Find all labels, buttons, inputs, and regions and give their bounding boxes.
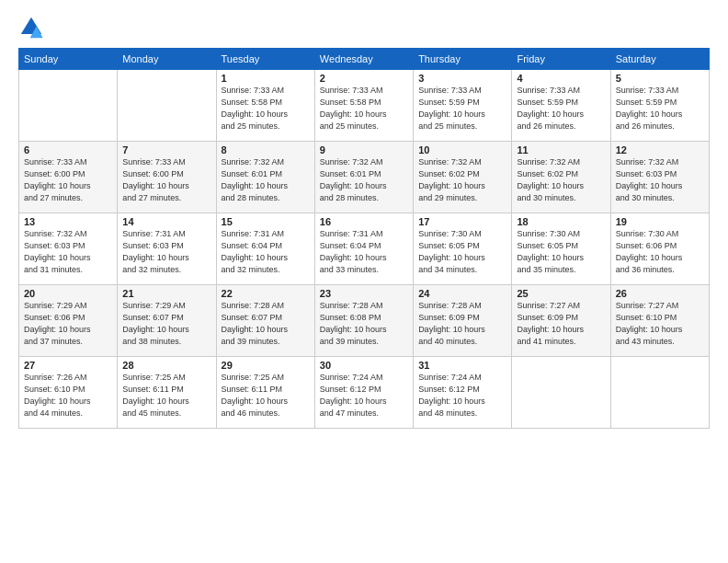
day-info: Sunrise: 7:33 AM Sunset: 5:59 PM Dayligh… [517,85,605,132]
day-cell: 26Sunrise: 7:27 AM Sunset: 6:10 PM Dayli… [610,285,709,357]
week-row-2: 6Sunrise: 7:33 AM Sunset: 6:00 PM Daylig… [19,142,710,213]
weekday-header-saturday: Saturday [610,49,709,70]
day-info: Sunrise: 7:27 AM Sunset: 6:10 PM Dayligh… [616,300,704,348]
day-info: Sunrise: 7:33 AM Sunset: 6:00 PM Dayligh… [24,156,112,204]
day-cell: 23Sunrise: 7:28 AM Sunset: 6:08 PM Dayli… [314,285,413,357]
day-number: 10 [418,144,506,155]
week-row-3: 13Sunrise: 7:32 AM Sunset: 6:03 PM Dayli… [19,213,710,285]
day-number: 24 [418,288,506,299]
day-number: 26 [616,288,704,299]
day-info: Sunrise: 7:27 AM Sunset: 6:09 PM Dayligh… [517,300,605,348]
day-info: Sunrise: 7:30 AM Sunset: 6:05 PM Dayligh… [517,228,605,276]
day-number: 21 [122,288,210,299]
day-info: Sunrise: 7:28 AM Sunset: 6:08 PM Dayligh… [320,300,408,348]
day-cell: 5Sunrise: 7:33 AM Sunset: 5:59 PM Daylig… [610,70,709,142]
day-info: Sunrise: 7:33 AM Sunset: 5:59 PM Dayligh… [616,85,704,132]
day-number: 6 [24,144,112,155]
day-number: 27 [24,360,112,371]
day-cell [512,357,610,429]
day-cell: 28Sunrise: 7:25 AM Sunset: 6:11 PM Dayli… [118,357,216,429]
day-info: Sunrise: 7:33 AM Sunset: 5:58 PM Dayligh… [222,85,310,132]
day-info: Sunrise: 7:32 AM Sunset: 6:01 PM Dayligh… [222,156,310,204]
day-cell: 11Sunrise: 7:32 AM Sunset: 6:02 PM Dayli… [512,142,610,213]
day-cell: 10Sunrise: 7:32 AM Sunset: 6:02 PM Dayli… [414,142,512,213]
day-info: Sunrise: 7:31 AM Sunset: 6:03 PM Dayligh… [122,228,210,276]
day-cell: 6Sunrise: 7:33 AM Sunset: 6:00 PM Daylig… [19,142,118,213]
day-number: 28 [122,360,210,371]
day-cell: 31Sunrise: 7:24 AM Sunset: 6:12 PM Dayli… [414,357,512,429]
day-number: 17 [418,216,506,227]
weekday-header-friday: Friday [512,49,610,70]
day-cell: 24Sunrise: 7:28 AM Sunset: 6:09 PM Dayli… [414,285,512,357]
day-info: Sunrise: 7:24 AM Sunset: 6:12 PM Dayligh… [320,372,408,419]
day-cell: 16Sunrise: 7:31 AM Sunset: 6:04 PM Dayli… [314,213,413,285]
day-cell: 29Sunrise: 7:25 AM Sunset: 6:11 PM Dayli… [216,357,314,429]
day-info: Sunrise: 7:29 AM Sunset: 6:06 PM Dayligh… [24,300,112,348]
day-number: 18 [517,216,605,227]
day-cell [19,70,118,142]
day-info: Sunrise: 7:28 AM Sunset: 6:07 PM Dayligh… [222,300,310,348]
day-number: 22 [222,288,310,299]
day-info: Sunrise: 7:31 AM Sunset: 6:04 PM Dayligh… [222,228,310,276]
day-number: 1 [222,73,310,84]
day-number: 2 [320,73,408,84]
day-info: Sunrise: 7:25 AM Sunset: 6:11 PM Dayligh… [122,372,210,419]
day-number: 29 [222,360,310,371]
day-number: 20 [24,288,112,299]
logo [18,15,48,40]
day-info: Sunrise: 7:29 AM Sunset: 6:07 PM Dayligh… [122,300,210,348]
day-number: 9 [320,144,408,155]
day-number: 3 [418,73,506,84]
day-number: 30 [320,360,408,371]
day-cell: 14Sunrise: 7:31 AM Sunset: 6:03 PM Dayli… [118,213,216,285]
logo-icon [18,15,44,40]
day-info: Sunrise: 7:32 AM Sunset: 6:02 PM Dayligh… [517,156,605,204]
day-cell [610,357,709,429]
day-number: 14 [122,216,210,227]
week-row-1: 1Sunrise: 7:33 AM Sunset: 5:58 PM Daylig… [19,70,710,142]
day-info: Sunrise: 7:33 AM Sunset: 6:00 PM Dayligh… [122,156,210,204]
day-cell: 30Sunrise: 7:24 AM Sunset: 6:12 PM Dayli… [314,357,413,429]
day-info: Sunrise: 7:30 AM Sunset: 6:05 PM Dayligh… [418,228,506,276]
day-number: 8 [222,144,310,155]
day-info: Sunrise: 7:26 AM Sunset: 6:10 PM Dayligh… [24,372,112,419]
page: SundayMondayTuesdayWednesdayThursdayFrid… [0,0,728,563]
day-cell: 25Sunrise: 7:27 AM Sunset: 6:09 PM Dayli… [512,285,610,357]
weekday-header-tuesday: Tuesday [216,49,314,70]
day-info: Sunrise: 7:32 AM Sunset: 6:03 PM Dayligh… [24,228,112,276]
day-cell: 9Sunrise: 7:32 AM Sunset: 6:01 PM Daylig… [314,142,413,213]
day-number: 31 [418,360,506,371]
day-number: 23 [320,288,408,299]
day-cell: 20Sunrise: 7:29 AM Sunset: 6:06 PM Dayli… [19,285,118,357]
day-info: Sunrise: 7:24 AM Sunset: 6:12 PM Dayligh… [418,372,506,419]
weekday-header-wednesday: Wednesday [314,49,413,70]
day-info: Sunrise: 7:28 AM Sunset: 6:09 PM Dayligh… [418,300,506,348]
day-cell: 27Sunrise: 7:26 AM Sunset: 6:10 PM Dayli… [19,357,118,429]
day-cell [118,70,216,142]
day-info: Sunrise: 7:32 AM Sunset: 6:02 PM Dayligh… [418,156,506,204]
day-number: 15 [222,216,310,227]
day-cell: 19Sunrise: 7:30 AM Sunset: 6:06 PM Dayli… [610,213,709,285]
day-number: 7 [122,144,210,155]
day-cell: 15Sunrise: 7:31 AM Sunset: 6:04 PM Dayli… [216,213,314,285]
day-cell: 3Sunrise: 7:33 AM Sunset: 5:59 PM Daylig… [414,70,512,142]
day-number: 12 [616,144,704,155]
day-cell: 2Sunrise: 7:33 AM Sunset: 5:58 PM Daylig… [314,70,413,142]
week-row-5: 27Sunrise: 7:26 AM Sunset: 6:10 PM Dayli… [19,357,710,429]
day-cell: 8Sunrise: 7:32 AM Sunset: 6:01 PM Daylig… [216,142,314,213]
day-cell: 18Sunrise: 7:30 AM Sunset: 6:05 PM Dayli… [512,213,610,285]
calendar-table: SundayMondayTuesdayWednesdayThursdayFrid… [18,48,710,429]
day-number: 25 [517,288,605,299]
weekday-header-row: SundayMondayTuesdayWednesdayThursdayFrid… [19,49,710,70]
weekday-header-thursday: Thursday [414,49,512,70]
day-cell: 22Sunrise: 7:28 AM Sunset: 6:07 PM Dayli… [216,285,314,357]
day-cell: 1Sunrise: 7:33 AM Sunset: 5:58 PM Daylig… [216,70,314,142]
day-cell: 17Sunrise: 7:30 AM Sunset: 6:05 PM Dayli… [414,213,512,285]
day-cell: 13Sunrise: 7:32 AM Sunset: 6:03 PM Dayli… [19,213,118,285]
day-number: 4 [517,73,605,84]
day-info: Sunrise: 7:32 AM Sunset: 6:01 PM Dayligh… [320,156,408,204]
week-row-4: 20Sunrise: 7:29 AM Sunset: 6:06 PM Dayli… [19,285,710,357]
day-info: Sunrise: 7:30 AM Sunset: 6:06 PM Dayligh… [616,228,704,276]
day-info: Sunrise: 7:33 AM Sunset: 5:59 PM Dayligh… [418,85,506,132]
day-cell: 4Sunrise: 7:33 AM Sunset: 5:59 PM Daylig… [512,70,610,142]
